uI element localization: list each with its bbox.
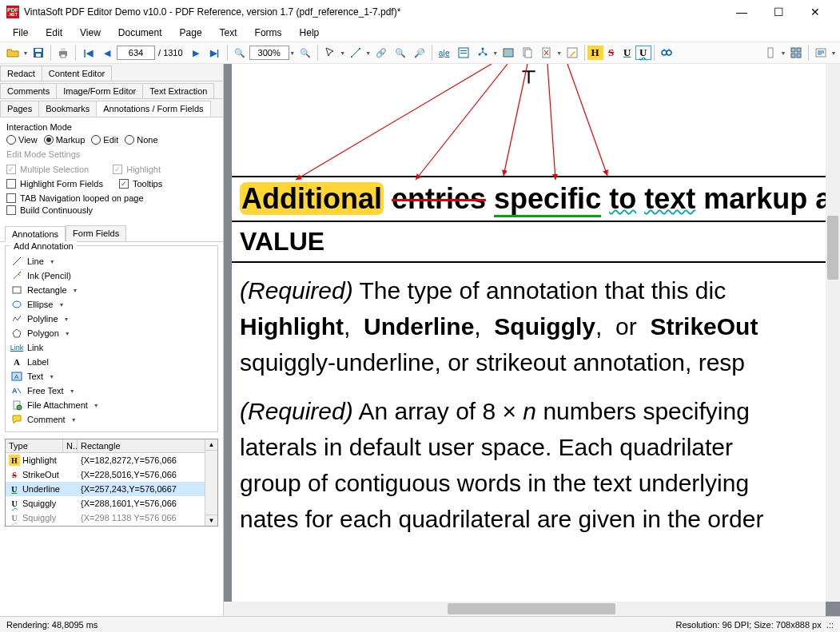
close-button[interactable]: ✕ (797, 0, 834, 24)
open-icon[interactable] (4, 44, 22, 62)
zoom-fit-icon[interactable]: 🔎 (411, 44, 428, 62)
tree-icon[interactable] (474, 44, 492, 62)
tree-dropdown[interactable]: ▼ (492, 50, 499, 56)
annot-file-attachment[interactable]: File Attachment▼ (10, 398, 213, 412)
check-tooltips[interactable]: ✓Tooltips (119, 179, 162, 189)
delete-dropdown[interactable]: ▼ (556, 50, 563, 56)
svg-point-6 (351, 56, 352, 58)
menu-page[interactable]: Page (172, 26, 210, 40)
radio-view[interactable]: View (6, 135, 38, 145)
thumbnails-icon[interactable] (787, 44, 805, 62)
svg-rect-29 (13, 287, 21, 293)
subtab-form-fields[interactable]: Form Fields (66, 225, 126, 241)
delete-page-icon[interactable] (538, 44, 555, 62)
tab-bookmarks[interactable]: Bookmarks (38, 101, 97, 117)
first-page-icon[interactable]: |◀ (79, 44, 97, 62)
page-input[interactable] (117, 46, 155, 60)
tab-comments[interactable]: Comments (0, 83, 57, 98)
settings-icon[interactable] (812, 44, 830, 62)
subtab-annotations[interactable]: Annotations (5, 226, 66, 242)
layout-icon[interactable] (762, 44, 779, 62)
menu-document[interactable]: Document (110, 26, 170, 40)
open-dropdown[interactable]: ▼ (22, 50, 29, 56)
document-viewport[interactable]: ⊤ Additional entries specific to text ma… (224, 64, 840, 616)
annot-polygon[interactable]: Polygon▼ (10, 326, 213, 340)
annot-line[interactable]: Line▼ (10, 254, 213, 268)
annot-ink[interactable]: Ink (Pencil) (10, 268, 213, 283)
last-page-icon[interactable]: ▶| (206, 44, 224, 62)
annot-text[interactable]: AText▼ (10, 369, 213, 384)
menu-help[interactable]: Help (292, 26, 328, 40)
grid-col-n[interactable]: N.. (63, 439, 78, 452)
zoom-dropdown[interactable]: ▼ (289, 50, 296, 56)
radio-none[interactable]: None (125, 135, 157, 145)
vertical-scrollbar[interactable] (826, 64, 840, 602)
pointer-icon[interactable] (321, 44, 339, 62)
radio-markup[interactable]: Markup (44, 135, 86, 145)
zoom-out-icon[interactable]: 🔍 (231, 44, 249, 62)
tab-image-form-editor[interactable]: Image/Form Editor (56, 83, 143, 98)
squiggly-button[interactable]: U (635, 46, 651, 60)
layout-dropdown[interactable]: ▼ (780, 50, 786, 56)
annot-polyline[interactable]: Polyline▼ (10, 312, 213, 326)
grid-col-type[interactable]: Type (6, 439, 63, 452)
underline-button[interactable]: U (619, 46, 635, 60)
maximize-button[interactable]: ☐ (760, 0, 797, 24)
pdf-page: ⊤ Additional entries specific to text ma… (232, 64, 826, 602)
tab-text-extraction[interactable]: Text Extraction (142, 83, 214, 98)
strikeout-button[interactable]: S (603, 46, 619, 60)
menu-edit[interactable]: Edit (38, 26, 70, 40)
next-page-icon[interactable]: ▶ (187, 44, 205, 62)
menu-view[interactable]: View (72, 26, 109, 40)
check-tab-navigation[interactable]: TAB Navigation looped on page (6, 193, 217, 203)
edit-text-icon[interactable] (563, 44, 581, 62)
minimize-button[interactable]: — (723, 0, 760, 24)
menu-forms[interactable]: Forms (247, 26, 290, 40)
text-select-icon[interactable]: a|e (436, 44, 453, 62)
zoom-region-icon[interactable]: 🔍 (392, 44, 409, 62)
word-strikeout: entries (392, 182, 486, 215)
zoom-input[interactable] (249, 46, 289, 60)
annot-ellipse[interactable]: Ellipse▼ (10, 297, 213, 312)
annot-label[interactable]: ALabel (10, 355, 213, 369)
tab-annotations-form-fields[interactable]: Annotations / Form Fields (96, 101, 210, 117)
tab-pages[interactable]: Pages (0, 101, 39, 117)
link-icon[interactable]: 🔗 (372, 44, 390, 62)
table-row[interactable]: SStrikeOut{X=228,5016,Y=576,066 (6, 467, 217, 482)
prev-page-icon[interactable]: ◀ (98, 44, 116, 62)
check-build-continuously[interactable]: Build Continuously (6, 205, 217, 215)
print-icon[interactable] (54, 44, 72, 62)
menu-text[interactable]: Text (212, 26, 245, 40)
find-icon[interactable] (658, 44, 675, 62)
highlight-button[interactable]: H (587, 46, 603, 60)
image-edit-icon[interactable] (500, 44, 517, 62)
menu-file[interactable]: File (5, 26, 36, 40)
grid-scrollbar[interactable]: ▲▼ (205, 439, 217, 526)
annot-free-text[interactable]: AFree Text▼ (10, 384, 213, 398)
form-icon[interactable] (455, 44, 472, 62)
table-row[interactable]: UUnderline{X=257,243,Y=576,0667 (6, 482, 217, 496)
table-row[interactable]: HHighlight{X=182,8272,Y=576,066 (6, 453, 217, 467)
table-row[interactable]: USquiggly{X=298 1138 Y=576 066 (6, 511, 217, 525)
interaction-mode-label: Interaction Mode (6, 122, 217, 132)
measure-dropdown[interactable]: ▼ (365, 50, 372, 56)
annot-link[interactable]: LinkLink (10, 340, 213, 355)
zoom-in-icon[interactable]: 🔍 (297, 44, 314, 62)
measure-icon[interactable] (347, 44, 364, 62)
radio-edit[interactable]: Edit (91, 135, 118, 145)
save-icon[interactable] (30, 44, 47, 62)
annotation-grid[interactable]: Type N.. Rectangle HHighlight{X=182,8272… (5, 439, 218, 527)
check-highlight-form-fields[interactable]: Highlight Form Fields (6, 179, 103, 189)
svg-rect-25 (791, 54, 795, 58)
copy-page-icon[interactable] (519, 44, 536, 62)
annot-rectangle[interactable]: Rectangle▼ (10, 283, 213, 297)
annot-comment[interactable]: Comment▼ (10, 412, 213, 427)
tab-redact[interactable]: Redact (0, 66, 42, 81)
settings-dropdown[interactable]: ▼ (830, 50, 837, 56)
grid-col-rect[interactable]: Rectangle (78, 439, 217, 452)
table-row[interactable]: USquiggly{X=288,1601,Y=576,066 (6, 496, 217, 511)
pointer-dropdown[interactable]: ▼ (340, 50, 346, 56)
svg-line-28 (13, 257, 21, 265)
horizontal-scrollbar[interactable] (224, 602, 826, 616)
tab-content-editor[interactable]: Content Editor (42, 66, 112, 81)
